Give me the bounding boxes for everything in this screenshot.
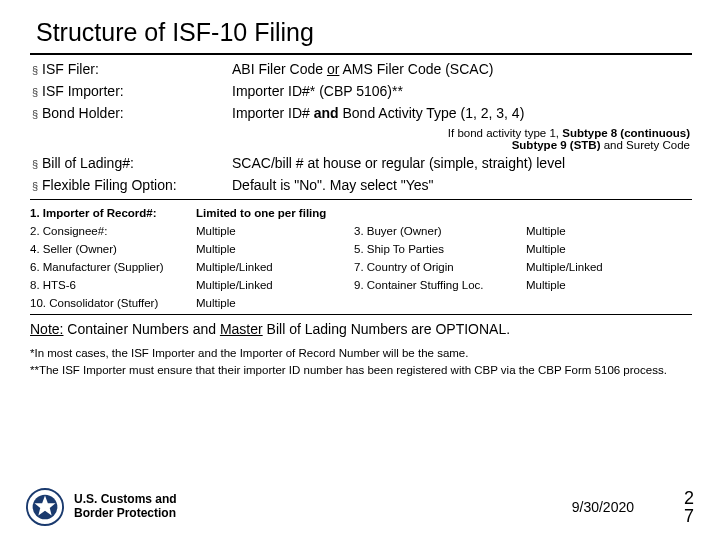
table-row: 2. Consignee#:Multiple3. Buyer (Owner)Mu… (30, 222, 692, 240)
table-row: 1. Importer of Record#:Limited to one pe… (30, 204, 692, 222)
table-row: 4. Seller (Owner)Multiple5. Ship To Part… (30, 240, 692, 258)
bullet-icon: § (32, 61, 42, 79)
bullet-icon: § (32, 83, 42, 101)
field-label: Bill of Lading#: (42, 155, 232, 171)
table-row: 8. HTS-6Multiple/Linked9. Container Stuf… (30, 276, 692, 294)
slide: Structure of ISF-10 Filing §ISF Filer:AB… (0, 0, 720, 540)
field-value: Importer ID#* (CBP 5106)** (232, 83, 694, 99)
list-item: §ISF Filer:ABI Filer Code or AMS Filer C… (28, 61, 694, 79)
data-elements-table: 1. Importer of Record#:Limited to one pe… (30, 204, 692, 312)
bond-note: If bond activity type 1, Subtype 8 (cont… (28, 127, 690, 151)
field-label: Bond Holder: (42, 105, 232, 121)
title-rule (30, 53, 692, 55)
field-value: Default is "No". May select "Yes" (232, 177, 694, 193)
page-number: 27 (654, 489, 694, 525)
divider (30, 314, 692, 315)
footnote-1: *In most cases, the ISF Importer and the… (30, 347, 692, 359)
list-item: §Flexible Filing Option:Default is "No".… (28, 177, 694, 195)
field-label: Flexible Filing Option: (42, 177, 232, 193)
list-item: §Bill of Lading#:SCAC/bill # at house or… (28, 155, 694, 173)
bullet-icon: § (32, 177, 42, 195)
bullet-icon: § (32, 155, 42, 173)
list-item: §Bond Holder:Importer ID# and Bond Activ… (28, 105, 694, 123)
page-title: Structure of ISF-10 Filing (36, 18, 694, 47)
field-value: SCAC/bill # at house or regular (simple,… (232, 155, 694, 171)
field-value: Importer ID# and Bond Activity Type (1, … (232, 105, 694, 121)
agency-name: U.S. Customs and Border Protection (74, 493, 177, 521)
table-row: 6. Manufacturer (Supplier)Multiple/Linke… (30, 258, 692, 276)
footnote-2: **The ISF Importer must ensure that thei… (30, 364, 692, 376)
field-label: ISF Importer: (42, 83, 232, 99)
bullet-icon: § (32, 105, 42, 123)
optional-note: Note: Container Numbers and Master Bill … (30, 321, 692, 337)
list-item: §ISF Importer:Importer ID#* (CBP 5106)** (28, 83, 694, 101)
divider (30, 199, 692, 200)
slide-date: 9/30/2020 (572, 499, 634, 515)
footer: U.S. Customs and Border Protection 9/30/… (26, 488, 694, 526)
field-label: ISF Filer: (42, 61, 232, 77)
field-value: ABI Filer Code or AMS Filer Code (SCAC) (232, 61, 694, 77)
table-row: 10. Consolidator (Stuffer)Multiple (30, 294, 692, 312)
dhs-seal-icon (26, 488, 64, 526)
agency-logo: U.S. Customs and Border Protection (26, 488, 177, 526)
